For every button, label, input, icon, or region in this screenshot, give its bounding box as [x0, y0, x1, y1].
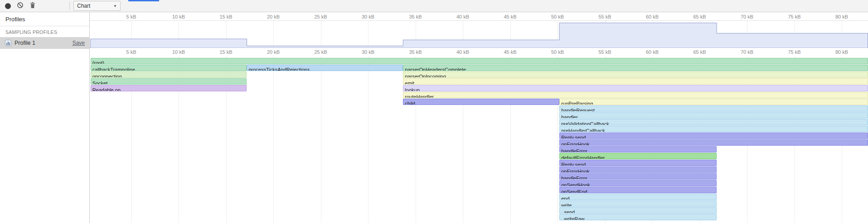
flame-bar[interactable]: Reply.send — [559, 133, 868, 139]
flame-bar-label: Reply.send — [560, 162, 586, 166]
flame-bar-label: parserOnHeadersComplete — [403, 67, 466, 71]
profile-list-item[interactable]: Profile 1 Save — [0, 37, 89, 49]
ruler-tick-label: 20 kB — [262, 49, 284, 55]
flame-bar-label: runPreParsing — [560, 101, 593, 105]
profile-name: Profile 1 — [15, 40, 35, 46]
save-profile-link[interactable]: Save — [73, 40, 85, 46]
flame-bar-label: preHandlerCallback — [560, 128, 605, 132]
flame-bar-label: lookup — [403, 87, 419, 91]
flame-bar[interactable]: write_ — [559, 200, 717, 207]
ruler-tick-label: 60 kB — [641, 14, 663, 19]
flame-bar-label: write_ — [560, 203, 574, 207]
delete-profile-button[interactable] — [26, 0, 39, 11]
ruler-tick-label: 80 kB — [831, 49, 853, 55]
ruler-tick-label: 20 kB — [262, 14, 284, 19]
flame-bar-label: callbackTrampoline — [91, 67, 135, 71]
ruler-tick-label: 75 kB — [784, 14, 805, 19]
profiles-sidebar: Profiles SAMPLING PROFILES Profile 1 Sav… — [0, 12, 90, 223]
flame-bar[interactable]: preValidationCallback — [559, 119, 868, 125]
flame-bar[interactable]: routeHandler — [403, 92, 868, 98]
ruler-tick-label: 10 kB — [168, 49, 189, 55]
ruler-tick-label: 30 kB — [357, 49, 379, 55]
flame-bar[interactable]: callbackTrampoline — [91, 65, 247, 71]
flame-bar-label: processTicksAndRejections — [247, 67, 310, 71]
ruler-tick-label: 25 kB — [310, 49, 332, 55]
profiler-toolbar: Chart ▼ — [0, 0, 868, 12]
ruler-tick-label: 45 kB — [499, 49, 521, 55]
flame-bar-label: _send — [560, 209, 575, 214]
flame-bar[interactable]: processTicksAndRejections — [247, 65, 403, 71]
flame-bar-label: end — [560, 196, 569, 200]
toolbar-divider — [69, 2, 70, 10]
ruler-tick-label: 40 kB — [452, 49, 474, 55]
flame-bar-label: child — [403, 101, 415, 105]
flame-bar-label: preValidationCallback — [560, 121, 609, 125]
ruler-tick-label: 70 kB — [736, 49, 758, 55]
flame-bar[interactable]: handleError — [559, 173, 717, 180]
flame-bar[interactable]: onSendEnd — [559, 187, 717, 193]
ruler-tick-label: 15 kB — [215, 49, 237, 55]
flame-bar[interactable]: defaultErrorHandler — [559, 153, 717, 159]
flame-bar-label: handler — [560, 114, 578, 119]
clear-profiles-button[interactable] — [14, 0, 26, 11]
flame-bar[interactable]: Socket — [91, 78, 247, 85]
flame-bar[interactable]: handleRequest — [559, 105, 868, 112]
gridline — [368, 56, 369, 223]
view-mode-select[interactable]: Chart ▼ — [73, 1, 121, 11]
flame-bar[interactable]: _writeRaw — [559, 214, 717, 220]
record-profile-button[interactable] — [2, 0, 14, 11]
ruler-tick-label: 5 kB — [121, 49, 142, 55]
flame-bar-label: defaultErrorHandler — [560, 155, 605, 159]
flame-bar[interactable]: emit — [403, 78, 868, 85]
flame-bar[interactable]: (root) — [91, 58, 868, 64]
flame-bar-label: _writeRaw — [560, 216, 584, 220]
flame-bar-label: onSendEnd — [560, 189, 587, 193]
profile-icon — [5, 39, 12, 47]
flame-bar[interactable]: child — [403, 99, 559, 105]
flame-bar[interactable]: parserOnIncoming — [403, 71, 868, 78]
flame-bar[interactable]: end — [559, 194, 717, 200]
flame-bar-label: onSendHook — [560, 182, 590, 186]
flame-bar[interactable]: runPreParsing — [559, 99, 868, 105]
flame-bar[interactable]: onSendHook — [559, 180, 717, 186]
flame-bar-label: handleError — [560, 148, 587, 152]
flame-bar[interactable]: onErrorHook — [559, 139, 868, 146]
flame-bar-label: routeHandler — [403, 94, 434, 98]
ruler-tick-label: 35 kB — [405, 14, 427, 19]
flame-bar[interactable]: handleError — [559, 146, 717, 152]
flame-bar[interactable]: parserOnHeadersComplete — [403, 65, 868, 71]
ruler-tick-label: 75 kB — [784, 49, 805, 55]
flame-bar[interactable]: _send — [559, 207, 717, 214]
flame-chart[interactable]: (root)callbackTrampolineprocessTicksAndR… — [90, 56, 868, 223]
flame-bar[interactable]: lookup — [403, 85, 868, 91]
flame-bar[interactable]: handler — [559, 112, 868, 119]
ruler-tick-label: 55 kB — [594, 14, 616, 19]
chart-pane: 5 kB10 kB15 kB20 kB25 kB30 kB35 kB40 kB4… — [90, 12, 868, 223]
record-icon — [5, 3, 11, 9]
overview-timeline[interactable] — [90, 20, 868, 48]
ruler-tick-label: 70 kB — [736, 14, 758, 19]
ruler-tick-label: 30 kB — [357, 14, 379, 19]
flame-bar[interactable]: Reply.send — [559, 160, 717, 166]
view-mode-value: Chart — [77, 3, 90, 9]
flame-bar-label: Socket — [91, 81, 108, 85]
flame-bar-label: emit — [403, 81, 414, 85]
flame-bar[interactable]: onErrorHook — [559, 166, 717, 173]
gridline — [273, 56, 274, 223]
sampling-profiles-section-header: SAMPLING PROFILES — [0, 26, 89, 37]
flame-bar[interactable]: Readable.on — [91, 85, 247, 91]
clear-icon — [17, 2, 24, 10]
flame-bar-label: onErrorHook — [560, 142, 589, 146]
flame-bar-label: (root) — [91, 60, 104, 64]
devtools-profiler-panel: Chart ▼ Profiles SAMPLING PROFILES Profi… — [0, 0, 868, 223]
ruler-tick-label: 80 kB — [831, 14, 853, 19]
ruler-tick-label: 65 kB — [689, 49, 711, 55]
trash-icon — [29, 2, 36, 10]
ruler-tick-label: 40 kB — [452, 14, 474, 19]
chevron-down-icon: ▼ — [113, 4, 117, 8]
ruler-tick-label: 45 kB — [499, 14, 521, 19]
flame-bar[interactable]: onconnection — [91, 71, 247, 78]
flame-bar-label: Reply.send — [560, 135, 586, 139]
flame-bar-label: Readable.on — [91, 87, 121, 91]
flame-bar[interactable]: preHandlerCallback — [559, 126, 868, 132]
